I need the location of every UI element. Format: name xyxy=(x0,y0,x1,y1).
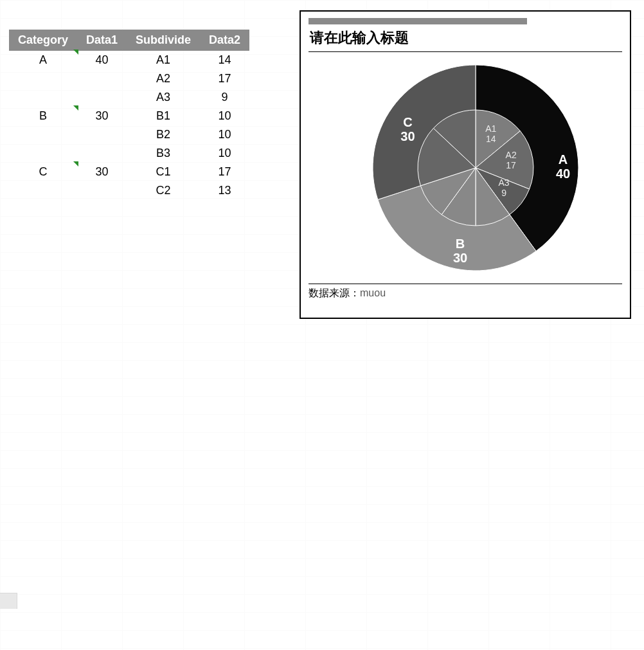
cell-data1[interactable]: 30 xyxy=(77,107,127,125)
chart-area: A40B30C30A114A217A39 xyxy=(309,52,622,284)
cell-sub[interactable]: B1 xyxy=(127,107,200,125)
chart-card[interactable]: 请在此输入标题 A40B30C30A114A217A39 数据来源：muou xyxy=(300,10,631,319)
cell-data1[interactable] xyxy=(77,125,127,144)
cell-sub[interactable]: A2 xyxy=(127,69,200,88)
cell-data2[interactable]: 10 xyxy=(200,144,249,163)
table-row[interactable]: B210 xyxy=(9,125,249,144)
table-row[interactable]: A39 xyxy=(9,88,249,107)
footer-value: muou xyxy=(360,287,386,298)
table-row[interactable]: B310 xyxy=(9,144,249,163)
table-row[interactable]: A40A114 xyxy=(9,51,249,69)
cell-data1[interactable] xyxy=(77,69,127,88)
cell-data1[interactable] xyxy=(77,88,127,107)
cell-category[interactable]: C xyxy=(9,163,77,181)
data-table[interactable]: Category Data1 Subdivide Data2 A40A114A2… xyxy=(9,30,249,200)
cell-category[interactable]: A xyxy=(9,51,77,69)
cell-data2[interactable]: 14 xyxy=(200,51,249,69)
cell-data2[interactable]: 9 xyxy=(200,88,249,107)
cell-data2[interactable]: 17 xyxy=(200,163,249,181)
cell-sub[interactable]: B3 xyxy=(127,144,200,163)
col-header-subdivide[interactable]: Subdivide xyxy=(127,30,200,51)
cell-data1[interactable] xyxy=(77,144,127,163)
table-row[interactable]: A217 xyxy=(9,69,249,88)
cell-data1[interactable] xyxy=(77,181,127,200)
table-row[interactable]: C30C117 xyxy=(9,163,249,181)
cell-sub[interactable]: A1 xyxy=(127,51,200,69)
inner-label-A2: A217 xyxy=(506,150,517,170)
cell-category[interactable]: B xyxy=(9,107,77,125)
col-header-data1[interactable]: Data1 xyxy=(77,30,127,51)
cell-sub[interactable]: A3 xyxy=(127,88,200,107)
spreadsheet-view: Category Data1 Subdivide Data2 A40A114A2… xyxy=(0,0,644,650)
cell-data1[interactable]: 40 xyxy=(77,51,127,69)
cell-data2[interactable]: 13 xyxy=(200,181,249,200)
chart-footer: 数据来源：muou xyxy=(309,284,622,300)
cell-category[interactable] xyxy=(9,144,77,163)
cell-sub[interactable]: C2 xyxy=(127,181,200,200)
chart-accent-bar xyxy=(309,18,527,24)
table-row[interactable]: B30B110 xyxy=(9,107,249,125)
chart-title[interactable]: 请在此输入标题 xyxy=(309,27,622,52)
pie-chart[interactable]: A40B30C30A114A217A39 xyxy=(309,52,625,284)
inner-label-A1: A114 xyxy=(485,123,496,144)
cell-category[interactable] xyxy=(9,125,77,144)
col-header-category[interactable]: Category xyxy=(9,30,77,51)
table-row[interactable]: C213 xyxy=(9,181,249,200)
table-header-row: Category Data1 Subdivide Data2 xyxy=(9,30,249,51)
cell-selection-edge[interactable] xyxy=(0,593,17,609)
cell-data2[interactable]: 10 xyxy=(200,107,249,125)
cell-category[interactable] xyxy=(9,181,77,200)
footer-label: 数据来源： xyxy=(309,287,360,298)
cell-data2[interactable]: 10 xyxy=(200,125,249,144)
cell-data1[interactable]: 30 xyxy=(77,163,127,181)
cell-category[interactable] xyxy=(9,88,77,107)
cell-category[interactable] xyxy=(9,69,77,88)
cell-data2[interactable]: 17 xyxy=(200,69,249,88)
col-header-data2[interactable]: Data2 xyxy=(200,30,249,51)
cell-sub[interactable]: C1 xyxy=(127,163,200,181)
cell-sub[interactable]: B2 xyxy=(127,125,200,144)
